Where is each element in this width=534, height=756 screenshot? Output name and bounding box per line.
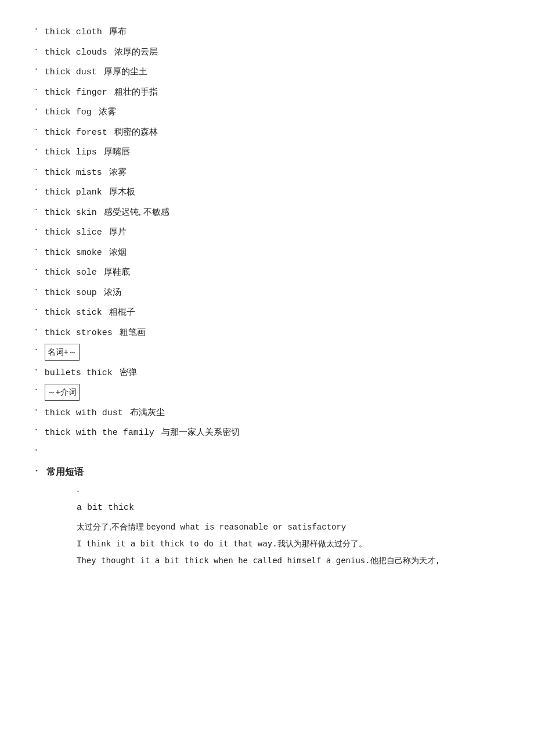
bullet-icon: •: [35, 45, 38, 53]
en-term: thick with the family: [45, 425, 154, 442]
bullet-icon: •: [35, 185, 38, 193]
entry-row: thick stick 粗棍子: [45, 304, 135, 322]
phrase-zh: 太过分了,不合情理: [77, 522, 144, 531]
zh-meaning: 与那一家人关系密切: [161, 424, 240, 441]
phrase-en: beyond what is reasonable or satisfactor…: [146, 523, 346, 532]
entry-row: bullets thick 密弹: [45, 364, 137, 382]
list-item: • thick skin 感受迟钝, 不敏感: [35, 204, 499, 222]
en-term: thick with dust: [45, 405, 123, 422]
zh-meaning: 稠密的森林: [114, 124, 158, 141]
phrase-example-1: I think it a bit thick to do it that way…: [77, 536, 440, 552]
list-item: • thick smoke 浓烟: [35, 244, 499, 262]
prep-tag-item: • ～+介词: [35, 384, 499, 402]
entry-row: thick clouds 浓厚的云层: [45, 44, 158, 62]
bullet-icon: •: [35, 365, 38, 374]
list-item: • thick forest 稠密的森林: [35, 124, 499, 142]
list-item: • bullets thick 密弹: [35, 364, 499, 382]
list-item: • thick dust 厚厚的尘土: [35, 63, 499, 81]
list-item: • thick sole 厚鞋底: [35, 264, 499, 282]
list-item: • thick with the family 与那一家人关系密切: [35, 424, 499, 442]
zh-meaning: 感受迟钝, 不敏感: [104, 204, 169, 221]
phrase-item: • a bit thick 太过分了,不合情理 beyond what is r…: [35, 485, 499, 569]
entry-row: thick slice 厚片: [45, 224, 127, 242]
entry-row: thick smoke 浓烟: [45, 244, 127, 262]
bullet-icon: •: [35, 105, 38, 113]
section-title: 常用短语: [46, 463, 84, 481]
entry-row: thick soup 浓汤: [45, 284, 121, 302]
list-item: • thick clouds 浓厚的云层: [35, 44, 499, 62]
en-term: thick lips: [45, 145, 97, 161]
en-term: thick soup: [45, 285, 97, 302]
entry-row: thick cloth 厚布: [45, 23, 127, 41]
bullet-icon: •: [35, 425, 38, 434]
en-term: thick finger: [45, 85, 107, 102]
zh-meaning: 浓厚的云层: [114, 44, 158, 60]
list-item: • thick stick 粗棍子: [35, 304, 499, 322]
en-term: thick strokes: [45, 325, 113, 342]
entry-row: thick finger 粗壮的手指: [45, 84, 158, 102]
bullet-icon: •: [35, 225, 38, 233]
en-term: thick plank: [45, 185, 102, 201]
bullet-icon: •: [35, 385, 38, 394]
prep-tag: ～+介词: [45, 384, 80, 401]
zh-meaning: 浓雾: [99, 103, 116, 120]
entry-row: thick mists 浓雾: [45, 164, 127, 182]
sub-bullet-row: •: [77, 485, 440, 495]
bullet-icon: •: [35, 345, 38, 354]
bullet-icon: •: [35, 325, 38, 334]
list-item: • thick slice 厚片: [35, 224, 499, 242]
list-item: • thick fog 浓雾: [35, 103, 499, 121]
en-term: thick clouds: [45, 45, 107, 62]
en-term: thick slice: [45, 225, 102, 242]
entry-row: thick strokes 粗笔画: [45, 324, 146, 342]
zh-meaning: 厚厚的尘土: [104, 63, 147, 80]
list-item: • thick cloth 厚布: [35, 23, 499, 41]
noun-tag: 名词+～: [45, 344, 80, 361]
bullet-icon: •: [35, 145, 38, 153]
big-bullet-icon: •: [35, 466, 38, 477]
section-header-item: • 常用短语: [35, 463, 499, 481]
zh-meaning: 浓汤: [104, 284, 121, 301]
zh-meaning: 粗笔画: [120, 324, 146, 341]
bullet-icon: •: [35, 205, 38, 214]
zh-meaning: 浓雾: [109, 164, 127, 181]
entry-row: thick with dust 布满灰尘: [45, 404, 165, 422]
zh-meaning: 厚木板: [109, 183, 135, 200]
bullet-icon: •: [35, 245, 38, 254]
zh-meaning: 粗棍子: [109, 304, 135, 321]
zh-meaning: 厚片: [109, 224, 127, 240]
entry-row: thick dust 厚厚的尘土: [45, 63, 147, 81]
en-term: thick skin: [45, 205, 97, 222]
noun-tag-item: • 名词+～: [35, 344, 499, 362]
bullet-icon: •: [35, 405, 38, 414]
list-item: • thick with dust 布满灰尘: [35, 404, 499, 422]
entry-row: thick forest 稠密的森林: [45, 124, 158, 142]
entry-row: thick plank 厚木板: [45, 183, 135, 201]
zh-meaning: 浓烟: [109, 244, 127, 261]
phrase-block: • a bit thick 太过分了,不合情理 beyond what is r…: [42, 485, 440, 569]
vocab-list: • thick cloth 厚布 • thick clouds 浓厚的云层 • …: [35, 23, 499, 570]
list-item: • thick finger 粗壮的手指: [35, 84, 499, 102]
list-item: • thick plank 厚木板: [35, 183, 499, 201]
bullet-icon: •: [35, 305, 38, 314]
zh-meaning: 布满灰尘: [130, 404, 165, 421]
phrase-title: a bit thick: [77, 500, 440, 517]
en-term: thick stick: [45, 305, 102, 322]
bullet-icon: •: [35, 125, 38, 134]
tag-container: ～+介词: [45, 384, 80, 402]
zh-meaning: 厚鞋底: [104, 264, 130, 280]
sub-bullet-icon: •: [77, 487, 80, 495]
tag-container: 名词+～: [45, 344, 80, 362]
entry-row: thick fog 浓雾: [45, 103, 116, 121]
en-term: thick dust: [45, 64, 97, 81]
bullet-icon: •: [35, 445, 38, 454]
en-term: thick fog: [45, 105, 92, 121]
phrase-desc-zh: 太过分了,不合情理 beyond what is reasonable or s…: [77, 519, 440, 535]
zh-meaning: 厚布: [109, 23, 127, 40]
list-item: • thick lips 厚嘴唇: [35, 143, 499, 161]
bullet-icon: •: [35, 85, 38, 93]
bullet-icon: •: [35, 285, 38, 294]
phrase-content: a bit thick 太过分了,不合情理 beyond what is rea…: [77, 500, 440, 568]
spacer-item: •: [35, 444, 499, 454]
entry-row: thick sole 厚鞋底: [45, 264, 130, 282]
